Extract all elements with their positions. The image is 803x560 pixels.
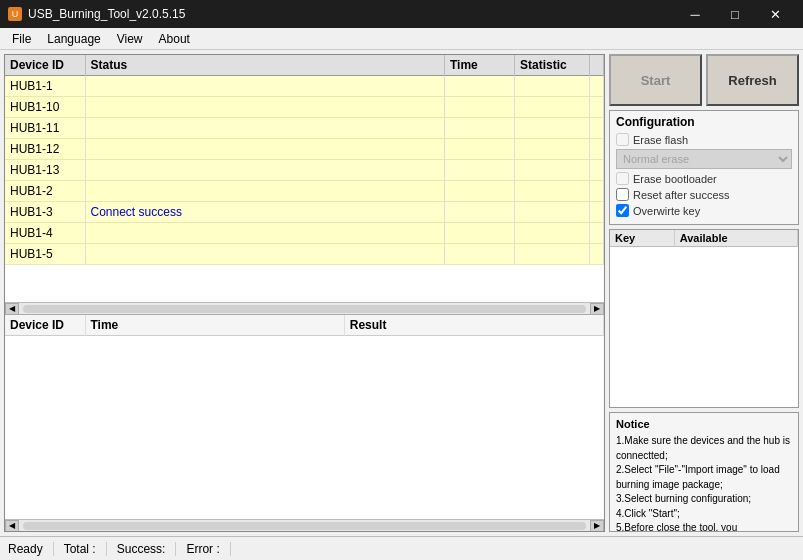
device-table-row[interactable]: HUB1-3Connect success: [5, 202, 604, 223]
result-col-result: Result: [344, 315, 603, 336]
device-table-row[interactable]: HUB1-12: [5, 139, 604, 160]
key-col-available: Available: [674, 230, 797, 247]
device-table-row[interactable]: HUB1-4: [5, 223, 604, 244]
device-cell-id: HUB1-13: [5, 160, 85, 181]
reset-after-success-label: Reset after success: [633, 189, 730, 201]
notice-text: 1.Make sure the devices and the hub is c…: [616, 434, 792, 532]
col-device-id: Device ID: [5, 55, 85, 76]
device-cell-time: [445, 139, 515, 160]
device-table-row[interactable]: HUB1-2: [5, 181, 604, 202]
scroll-left-btn[interactable]: ◀: [5, 303, 19, 315]
col-time: Time: [445, 55, 515, 76]
key-table: Key Available: [610, 230, 798, 247]
result-table-container: Device ID Time Result ◀ ▶: [5, 315, 604, 531]
device-cell-time: [445, 181, 515, 202]
device-cell-statistic: [515, 76, 590, 97]
menu-language[interactable]: Language: [39, 30, 108, 48]
config-title: Configuration: [616, 115, 792, 129]
horizontal-scrollbar[interactable]: ◀ ▶: [5, 302, 604, 314]
result-col-time: Time: [85, 315, 344, 336]
device-cell-status: [85, 160, 445, 181]
result-scrollbar[interactable]: ◀ ▶: [5, 519, 604, 531]
erase-bootloader-row: Erase bootloader: [616, 172, 792, 185]
erase-flash-checkbox[interactable]: [616, 133, 629, 146]
right-panel: Start Refresh Configuration Erase flash …: [609, 54, 799, 532]
notice-title: Notice: [616, 417, 792, 432]
title-bar: U USB_Burning_Tool_v2.0.5.15 ─ □ ✕: [0, 0, 803, 28]
col-scroll: [590, 55, 604, 76]
device-cell-time: [445, 97, 515, 118]
configuration-box: Configuration Erase flash Normal erase F…: [609, 110, 799, 225]
device-table: Device ID Status Time Statistic HUB1-1HU…: [5, 55, 604, 265]
status-success: Success:: [107, 542, 177, 556]
status-error: Error :: [176, 542, 230, 556]
device-cell-status: [85, 76, 445, 97]
menu-view[interactable]: View: [109, 30, 151, 48]
minimize-button[interactable]: ─: [675, 0, 715, 28]
device-cell-status: [85, 244, 445, 265]
device-cell-statistic: [515, 223, 590, 244]
device-table-row[interactable]: HUB1-13: [5, 160, 604, 181]
overwrite-key-row: Overwirte key: [616, 204, 792, 217]
device-cell-statistic: [515, 118, 590, 139]
result-scroll-left[interactable]: ◀: [5, 520, 19, 532]
app-icon: U: [8, 7, 22, 21]
device-cell-status: Connect success: [85, 202, 445, 223]
erase-type-select[interactable]: Normal erase Full erase: [616, 149, 792, 169]
status-ready: Ready: [8, 542, 54, 556]
left-panel: Device ID Status Time Statistic HUB1-1HU…: [4, 54, 605, 532]
device-cell-time: [445, 244, 515, 265]
device-cell-time: [445, 202, 515, 223]
device-table-row[interactable]: HUB1-1: [5, 76, 604, 97]
device-cell-id: HUB1-4: [5, 223, 85, 244]
reset-after-success-row: Reset after success: [616, 188, 792, 201]
refresh-button[interactable]: Refresh: [706, 54, 799, 106]
device-cell-status: [85, 139, 445, 160]
device-cell-statistic: [515, 139, 590, 160]
device-cell-statistic: [515, 160, 590, 181]
erase-flash-label: Erase flash: [633, 134, 688, 146]
key-col-key: Key: [610, 230, 674, 247]
notice-box: Notice 1.Make sure the devices and the h…: [609, 412, 799, 532]
device-cell-id: HUB1-10: [5, 97, 85, 118]
device-cell-time: [445, 223, 515, 244]
maximize-button[interactable]: □: [715, 0, 755, 28]
menu-about[interactable]: About: [151, 30, 198, 48]
result-col-device-id: Device ID: [5, 315, 85, 336]
scroll-right-btn[interactable]: ▶: [590, 303, 604, 315]
erase-bootloader-label: Erase bootloader: [633, 173, 717, 185]
close-button[interactable]: ✕: [755, 0, 795, 28]
action-buttons: Start Refresh: [609, 54, 799, 106]
device-table-row[interactable]: HUB1-5: [5, 244, 604, 265]
app-title: USB_Burning_Tool_v2.0.5.15: [28, 7, 185, 21]
overwrite-key-checkbox[interactable]: [616, 204, 629, 217]
device-cell-id: HUB1-12: [5, 139, 85, 160]
scrollbar-track[interactable]: [23, 305, 586, 313]
device-table-container: Device ID Status Time Statistic HUB1-1HU…: [5, 55, 604, 315]
menu-file[interactable]: File: [4, 30, 39, 48]
device-cell-id: HUB1-5: [5, 244, 85, 265]
device-table-row[interactable]: HUB1-11: [5, 118, 604, 139]
device-cell-id: HUB1-11: [5, 118, 85, 139]
result-scroll-right[interactable]: ▶: [590, 520, 604, 532]
device-table-row[interactable]: HUB1-10: [5, 97, 604, 118]
erase-flash-row: Erase flash: [616, 133, 792, 146]
result-scrollbar-track[interactable]: [23, 522, 586, 530]
erase-bootloader-checkbox[interactable]: [616, 172, 629, 185]
device-cell-time: [445, 76, 515, 97]
device-cell-id: HUB1-1: [5, 76, 85, 97]
device-cell-id: HUB1-3: [5, 202, 85, 223]
device-cell-status: [85, 118, 445, 139]
reset-after-success-checkbox[interactable]: [616, 188, 629, 201]
device-cell-statistic: [515, 244, 590, 265]
device-cell-statistic: [515, 97, 590, 118]
start-button[interactable]: Start: [609, 54, 702, 106]
device-cell-statistic: [515, 202, 590, 223]
device-cell-statistic: [515, 181, 590, 202]
key-box: Key Available: [609, 229, 799, 408]
device-cell-status: [85, 181, 445, 202]
normal-erase-row: Normal erase Full erase: [616, 149, 792, 169]
result-table: Device ID Time Result: [5, 315, 604, 336]
device-cell-time: [445, 118, 515, 139]
status-total: Total :: [54, 542, 107, 556]
